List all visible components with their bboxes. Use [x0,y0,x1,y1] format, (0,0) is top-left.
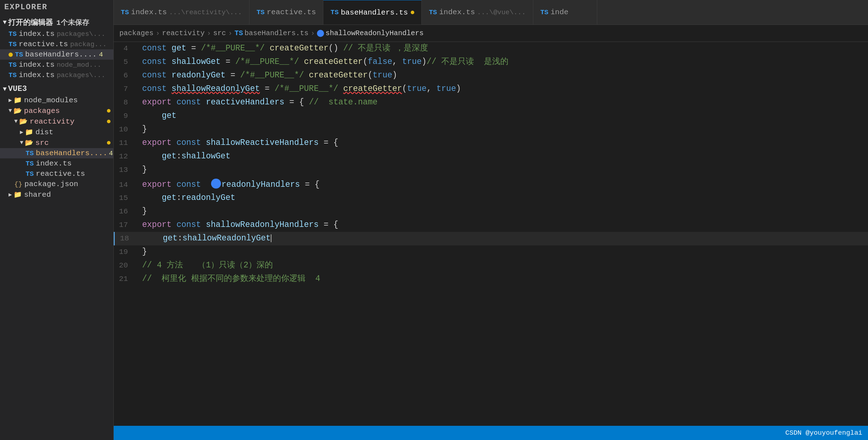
open-editor-index-ts[interactable]: TS index.ts packages\... [0,29,113,39]
editor-area: TS index.ts ...\reactivity\... TS reacti… [114,0,868,440]
line-num-10: 10 [114,124,135,136]
code-line-20: 20 // 4 方法 （1）只读（2）深的 [114,259,868,272]
open-editor-path: packages\... [57,71,106,79]
line-num-16: 16 [114,206,135,218]
open-editor-suffix: 4 [99,51,103,59]
tab-modified-dot [411,11,414,14]
file-name: baseHandlers.... [36,149,108,157]
open-editor-name: baseHandlers.... [25,50,97,59]
sidebar-item-node-modules[interactable]: ▶ 📁 node_modules [0,95,113,105]
folder-name: dist [36,128,53,136]
crumb-reactivity[interactable]: reactivity [162,29,205,37]
sidebar-item-index-ts[interactable]: TS index.ts [0,158,113,169]
folder-icon: 📂 [19,117,28,126]
sidebar-item-packages[interactable]: ▼ 📂 packages [0,105,113,116]
sidebar-item-src[interactable]: ▼ 📂 src [0,137,113,148]
tab-index-ts-2[interactable]: TS index.ts ...\@vue\... [422,0,533,25]
tab-name: index.ts [131,8,167,16]
vue3-header[interactable]: ▼ VUE3 [0,83,113,95]
crumb-file[interactable]: baseHandlers.ts [244,29,308,37]
folder-name: src [36,139,49,147]
sep: › [207,29,211,37]
folder-closed-arrow: ▶ [20,129,23,136]
sidebar-item-shared[interactable]: ▶ 📁 shared [0,189,113,200]
tab-index-ts-3[interactable]: TS inde [533,0,597,25]
file-name: package.json [25,180,78,188]
ts-icon: TS [9,40,17,48]
line-num-19: 19 [114,246,135,258]
line-content-4: const get = /*#__PURE__*/ createGetter()… [135,42,868,55]
tab-basehandlers-ts[interactable]: TS baseHandlers.ts [323,0,422,25]
line-content-13: } [135,163,868,176]
code-content: 4 const get = /*#__PURE__*/ createGetter… [114,42,868,286]
line-num-21: 21 [114,273,135,285]
line-num-18: 18 [115,233,136,245]
ts-label: TS [121,9,129,16]
crumb-packages[interactable]: packages [119,29,153,37]
cursor-caret [271,234,271,242]
vue3-section: ▼ VUE3 ▶ 📁 node_modules ▼ 📂 packages ▼ 📂… [0,82,113,201]
sidebar-item-package-json[interactable]: {} package.json [0,179,113,189]
json-icon: {} [14,180,22,188]
open-editor-name: index.ts [19,71,55,79]
tab-name: baseHandlers.ts [341,9,408,17]
line-content-9: get [135,109,868,123]
crumb-symbol[interactable]: shallowReadonlyHandlers [325,29,424,37]
ts-icon: TS [9,30,17,38]
open-editors-section: ▼ 打开的编辑器 1个未保存 TS index.ts packages\... … [0,15,113,82]
line-content-18: get:shallowReadonlyGet [136,232,868,245]
sidebar-item-reactivity[interactable]: ▼ 📂 reactivity [0,116,113,127]
line-num-12: 12 [114,151,135,163]
sidebar-item-reactive-ts[interactable]: TS reactive.ts [0,169,113,179]
open-editor-reactive-ts[interactable]: TS reactive.ts packag... [0,39,113,49]
open-editors-header[interactable]: ▼ 打开的编辑器 1个未保存 [0,16,113,29]
ts-label: TS [540,9,549,16]
sidebar-header: EXPLORER [0,0,113,15]
line-num-11: 11 [114,137,135,149]
code-area[interactable]: 4 const get = /*#__PURE__*/ createGetter… [114,42,868,426]
code-line-4: 4 const get = /*#__PURE__*/ createGetter… [114,42,868,55]
open-editor-index-node-ts[interactable]: TS index.ts node_mod... [0,60,113,70]
ts-icon: TS [9,61,17,69]
tab-reactive-ts[interactable]: TS reactive.ts [249,0,323,25]
folder-icon: 📁 [14,96,22,104]
open-editor-basehandlers-ts[interactable]: TS baseHandlers.... 4 [0,49,113,60]
folder-icon: 📁 [25,128,33,136]
ts-label: TS [330,9,339,16]
unsaved-badge: 1个未保存 [56,18,89,27]
line-num-15: 15 [114,192,135,204]
code-line-15: 15 get:readonlyGet [114,191,868,205]
crumb-ts-label: TS [234,29,243,37]
ts-icon: TS [26,150,34,157]
open-editor-index-ts-2[interactable]: TS index.ts packages\... [0,70,113,80]
line-num-5: 5 [114,56,135,68]
status-bar: CSDN @youyoufenglai [114,426,868,440]
sidebar-item-basehandlers[interactable]: TS baseHandlers.... 4 [0,148,113,158]
code-line-14: 14 export const readonlyHandlers = { [114,177,868,191]
line-content-7: const shallowReadonlyGet = /*#__PURE__*/… [135,82,868,96]
sidebar-item-dist[interactable]: ▶ 📁 dist [0,127,113,137]
vue3-label: VUE3 [8,85,27,93]
tab-index-ts[interactable]: TS index.ts ...\reactivity\... [114,0,249,25]
crumb-src[interactable]: src [213,29,226,37]
code-line-17: 17 export const shallowReadonlyHandlers … [114,218,868,232]
ts-label: TS [257,9,265,16]
folder-icon: 📁 [14,190,22,199]
line-num-7: 7 [114,83,135,95]
tab-name: inde [550,8,568,16]
file-name: reactive.ts [36,170,85,178]
line-num-9: 9 [114,110,135,122]
folder-name: node_modules [24,96,78,104]
status-csdn: CSDN @youyoufenglai [785,429,862,437]
line-content-8: export const reactiveHandlers = { // sta… [135,96,868,109]
line-content-12: get:shallowGet [135,150,868,163]
file-suffix: 4 [109,150,113,157]
code-line-21: 21 // 柯里化 根据不同的参数来处理的你逻辑 4 [114,272,868,286]
status-right: CSDN @youyoufenglai [785,429,862,437]
modified-dot [107,109,110,113]
line-num-8: 8 [114,97,135,109]
sep: › [156,29,160,37]
tab-path: ...\reactivity\... [169,9,242,16]
tab-bar: TS index.ts ...\reactivity\... TS reacti… [114,0,868,25]
line-num-20: 20 [114,260,135,272]
